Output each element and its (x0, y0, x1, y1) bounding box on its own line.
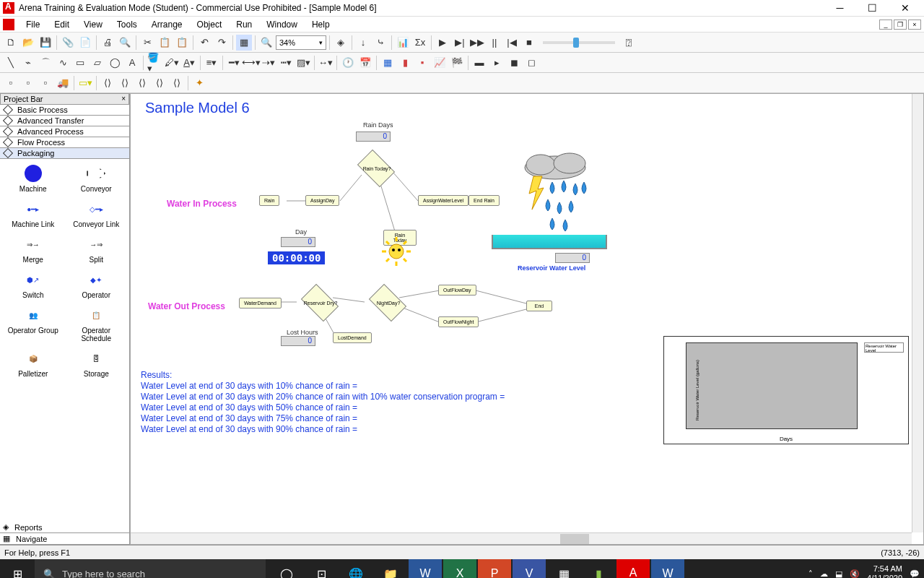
fast-forward-icon[interactable]: ▶▶ (469, 35, 485, 51)
start-button[interactable]: ⊞ (0, 559, 35, 578)
group-navigate[interactable]: ▦Navigate (0, 533, 129, 545)
global-anim-icon[interactable]: ◻ (523, 55, 539, 71)
text-color-icon[interactable]: A▾ (181, 55, 197, 71)
arrow-style-icon[interactable]: ⟷▾ (243, 55, 259, 71)
line-pattern-icon[interactable]: ⇢▾ (261, 55, 276, 71)
block-night-day[interactable]: NightDay? (369, 284, 406, 322)
fill-pattern-icon[interactable]: ▨▾ (295, 55, 311, 71)
entity-icon[interactable]: ▫ (3, 75, 19, 91)
speed-slider[interactable] (543, 41, 615, 44)
plot-anim-icon[interactable]: 📈 (432, 55, 448, 71)
module-conveyor-link[interactable]: ◇━▸Conveyor Link (66, 197, 127, 230)
group-reports[interactable]: ◈Reports (0, 522, 129, 533)
menu-file[interactable]: File (19, 18, 47, 31)
menu-object[interactable]: Object (190, 18, 230, 31)
module-operator-schedule[interactable]: 📋Operator Schedule (66, 303, 127, 344)
task-view-icon[interactable]: ⊡ (305, 559, 338, 578)
zoom-combo[interactable]: 34% (276, 35, 326, 50)
app2-icon[interactable]: ▦ (547, 559, 580, 578)
print-icon[interactable]: 🖨 (100, 35, 116, 51)
promote-icon[interactable]: ✦ (191, 75, 207, 91)
step-icon[interactable]: ▶| (452, 35, 468, 51)
minimize-button[interactable]: ─ (824, 0, 856, 17)
menu-help[interactable]: Help (305, 18, 337, 31)
ellipse-icon[interactable]: ◯ (107, 55, 123, 71)
redo-icon[interactable]: ↷ (214, 35, 230, 51)
menu-tools[interactable]: Tools (110, 18, 144, 31)
expression-icon[interactable]: Σx (412, 35, 428, 51)
new-icon[interactable]: 🗋 (3, 35, 19, 51)
arc-icon[interactable]: ⌒ (38, 55, 53, 71)
arena-taskbar-icon[interactable]: A (616, 559, 650, 578)
module-split[interactable]: →⇒Split (66, 233, 127, 265)
date-icon[interactable]: 📅 (357, 55, 373, 71)
plot-reservoir-level[interactable]: Reservoir Water Level Days Reservoir Wat… (663, 336, 909, 444)
seize-anim-icon[interactable]: ▭▾ (77, 75, 93, 91)
group-basic-process[interactable]: Basic Process (0, 105, 129, 116)
canvas-vscrollbar[interactable] (912, 94, 923, 532)
tray-notifications-icon[interactable]: 💬 (910, 569, 920, 579)
dash-style-icon[interactable]: ┅▾ (278, 55, 294, 71)
close-button[interactable]: ✕ (889, 0, 921, 17)
word2-icon[interactable]: W (651, 559, 684, 578)
line-color-icon[interactable]: 🖊▾ (164, 55, 180, 71)
block-reservoir-dry[interactable]: Reservoir Dry? (301, 284, 339, 322)
stop-icon[interactable]: ■ (521, 35, 537, 51)
tray-onedrive-icon[interactable]: ☁ (820, 569, 828, 579)
block-outflow-day[interactable]: OutFlowDay (438, 285, 476, 296)
bezier-icon[interactable]: ∿ (55, 55, 71, 71)
station-anim-icon[interactable]: ▸ (489, 55, 505, 71)
tray-clock[interactable]: 7:54 AM4/11/2020 (867, 564, 902, 578)
paste-icon[interactable]: 📋 (174, 35, 190, 51)
powerpoint-icon[interactable]: P (478, 559, 511, 578)
distance-icon[interactable]: ⟨⟩ (134, 75, 150, 91)
tray-dropbox-icon[interactable]: ⬓ (835, 569, 842, 579)
intersection-icon[interactable]: ⟨⟩ (169, 75, 185, 91)
conveyor-anim-icon[interactable]: ▫ (38, 75, 53, 91)
block-rain[interactable]: Rain (259, 195, 279, 206)
line-width-icon[interactable]: ≡▾ (204, 55, 219, 71)
template-attach-icon[interactable]: 📎 (60, 35, 76, 51)
score-anim-icon[interactable]: 🏁 (449, 55, 465, 71)
pause-icon[interactable]: || (487, 35, 502, 51)
resource-anim-icon[interactable]: ◼ (506, 55, 522, 71)
block-assign-day[interactable]: AssignDay (305, 195, 339, 206)
module-operator[interactable]: ◆✦Operator (66, 268, 127, 301)
module-palletizer[interactable]: 📦Palletizer (3, 347, 64, 379)
tray-volume-icon[interactable]: 🔇 (850, 569, 860, 579)
print-preview-icon[interactable]: 🔍 (117, 35, 133, 51)
go-icon[interactable]: ▶ (435, 35, 450, 51)
fill-color-icon[interactable]: 🪣▾ (147, 55, 162, 71)
connect-icon[interactable]: ↓ (355, 35, 371, 51)
layers-icon[interactable]: ▦ (236, 35, 252, 51)
module-operator-group[interactable]: 👥Operator Group (3, 303, 64, 344)
group-flow-process[interactable]: Flow Process (0, 137, 129, 148)
network-icon[interactable]: ⟨⟩ (152, 75, 167, 91)
storage-anim-icon[interactable]: 🚚 (55, 75, 71, 91)
mdi-minimize-button[interactable]: _ (879, 20, 892, 30)
open-icon[interactable]: 📂 (20, 35, 36, 51)
file-explorer-icon[interactable]: 📁 (374, 559, 407, 578)
module-connect-icon[interactable]: ⤷ (372, 35, 388, 51)
maximize-button[interactable]: ☐ (856, 0, 889, 17)
canvas-hscrollbar[interactable] (131, 532, 912, 544)
polyline-icon[interactable]: ⌁ (20, 55, 36, 71)
route-icon[interactable]: ⟨⟩ (100, 75, 116, 91)
template-detach-icon[interactable]: 📄 (77, 35, 93, 51)
undo-icon[interactable]: ↶ (196, 35, 212, 51)
queue-anim-icon[interactable]: ▬ (471, 55, 487, 71)
text-icon[interactable]: A (124, 55, 140, 71)
histogram-anim-icon[interactable]: ▪ (414, 55, 430, 71)
segment-icon[interactable]: ⟨⟩ (117, 75, 133, 91)
module-conveyor[interactable]: Conveyor (66, 162, 127, 194)
excel-icon[interactable]: X (443, 559, 476, 578)
chrome-icon[interactable]: 🌐 (339, 559, 372, 578)
submodel-icon[interactable]: ◈ (333, 35, 349, 51)
variables-icon[interactable]: 📊 (395, 35, 411, 51)
menu-arrange[interactable]: Arrange (144, 18, 190, 31)
model-canvas[interactable]: Sample Model 6 Water In Process Water Ou… (130, 93, 924, 545)
menu-view[interactable]: View (77, 18, 110, 31)
block-end-rain[interactable]: End Rain (468, 195, 500, 206)
line-style-icon[interactable]: ━▾ (226, 55, 242, 71)
mdi-restore-button[interactable]: ❐ (894, 20, 907, 30)
